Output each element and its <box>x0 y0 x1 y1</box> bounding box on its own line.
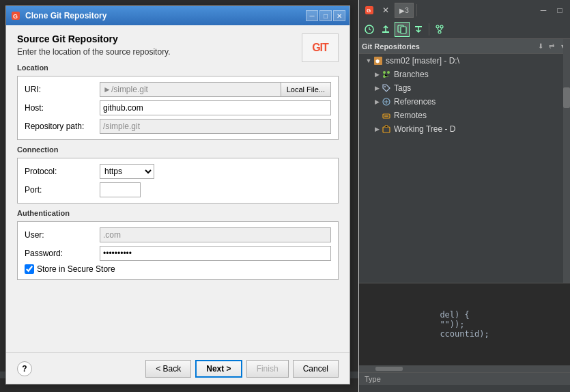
host-input[interactable] <box>100 100 331 115</box>
host-label: Host: <box>25 103 100 113</box>
auth-section-label: Authentication <box>17 209 339 217</box>
local-file-button[interactable]: Local File... <box>281 82 331 97</box>
ide-panel: G ✕ ▶3 ─ □ <box>358 0 570 392</box>
tree-item-references[interactable]: ▶ References <box>359 95 570 109</box>
clone-icon[interactable] <box>395 22 410 37</box>
repo-path-input[interactable] <box>100 119 331 134</box>
uri-row: URI: Local File... <box>25 82 331 97</box>
link-editor-icon[interactable]: ⇄ <box>547 42 556 51</box>
repo-path-row: Repository path: <box>25 119 331 134</box>
working-tree-label: Working Tree - D <box>394 124 455 134</box>
user-row: User: <box>25 227 331 242</box>
back-button[interactable]: < Back <box>145 360 191 378</box>
protocol-select[interactable]: https http ssh <box>100 164 154 179</box>
tags-arrow[interactable]: ▶ <box>373 85 381 92</box>
port-input[interactable] <box>100 182 141 197</box>
repo-name: ssm02 [master] - D:\ <box>386 56 459 66</box>
uri-label: URI: <box>25 85 100 94</box>
working-tree-arrow[interactable]: ▶ <box>373 126 381 132</box>
dialog-overlay: G Clone Git Repository ─ □ ✕ Source Git … <box>0 0 355 392</box>
branches-icon <box>381 69 392 80</box>
help-button[interactable]: ? <box>17 361 32 376</box>
branches-arrow[interactable]: ▶ <box>373 71 381 78</box>
repo-icon: ⬢ <box>373 55 384 66</box>
minimize-panel-icon[interactable]: ─ <box>536 3 551 18</box>
tree-header-text: Git Repositories <box>362 42 420 51</box>
svg-rect-8 <box>415 26 422 27</box>
tree-scrollbar[interactable] <box>563 39 570 283</box>
working-tree-icon <box>381 124 392 135</box>
collapse-all-icon[interactable]: ⬇ <box>536 42 545 51</box>
user-input[interactable] <box>100 227 331 242</box>
dialog-title-icon: G <box>10 10 21 21</box>
next-button[interactable]: Next > <box>195 360 242 378</box>
references-arrow[interactable]: ▶ <box>373 98 381 105</box>
ide-action-toolbar <box>359 20 570 39</box>
finish-button[interactable]: Finish <box>246 360 289 378</box>
dialog-content: Source Git Repository Enter the location… <box>6 25 350 352</box>
store-checkbox-row: Store in Secure Store <box>25 264 331 274</box>
toolbar-sep-2 <box>429 23 429 36</box>
location-section-label: Location <box>17 64 339 72</box>
svg-point-10 <box>440 25 443 28</box>
svg-rect-5 <box>382 31 389 33</box>
dialog-titlebar: G Clone Git Repository ─ □ ✕ <box>6 6 350 25</box>
tree-item-remotes[interactable]: Remotes <box>359 109 570 122</box>
port-label: Port: <box>25 185 100 195</box>
tags-icon <box>381 83 392 94</box>
branches-label: Branches <box>394 70 429 79</box>
close-button[interactable]: ✕ <box>333 10 345 21</box>
toolbar-separator <box>416 4 417 16</box>
svg-rect-23 <box>383 127 390 132</box>
tree-root-item[interactable]: ▼ ⬢ ssm02 [master] - D:\ <box>359 54 570 68</box>
push-icon[interactable] <box>378 22 393 37</box>
password-row: Password: <box>25 246 331 261</box>
svg-text:G: G <box>13 13 18 20</box>
dialog-footer: ? < Back Next > Finish Cancel <box>6 352 350 384</box>
store-label: Store in Secure Store <box>37 264 115 274</box>
protocol-row: Protocol: https http ssh <box>25 164 331 179</box>
pull-icon[interactable] <box>411 22 426 37</box>
git-icon[interactable]: G <box>362 3 377 18</box>
fetch-icon[interactable] <box>362 22 377 37</box>
port-row: Port: <box>25 182 331 197</box>
root-expand-arrow[interactable]: ▼ <box>365 57 373 64</box>
ide-tree-area: Git Repositories ⬇ ⇄ ▾ ▼ ⬢ ssm02 [master… <box>359 39 570 283</box>
uri-input[interactable] <box>100 82 281 97</box>
merge-icon[interactable] <box>432 22 447 37</box>
clone-git-dialog: G Clone Git Repository ─ □ ✕ Source Git … <box>5 5 350 384</box>
ide-toolbar: G ✕ ▶3 ─ □ <box>359 0 570 20</box>
titlebar-buttons: ─ □ ✕ <box>306 10 345 21</box>
remotes-label: Remotes <box>394 111 427 120</box>
tree-item-working-tree[interactable]: ▶ Working Tree - D <box>359 122 570 136</box>
user-label: User: <box>25 230 100 240</box>
dialog-title-text: Clone Git Repository <box>25 11 306 20</box>
maximize-panel-icon[interactable]: □ <box>552 3 567 18</box>
svg-text:G: G <box>367 8 371 14</box>
scrollbar-thumb <box>563 87 570 108</box>
tree-item-branches[interactable]: ▶ Branches <box>359 68 570 81</box>
svg-point-15 <box>387 71 390 74</box>
dialog-subtitle: Enter the location of the source reposit… <box>17 47 339 57</box>
footer-buttons: < Back Next > Finish Cancel <box>145 360 339 378</box>
host-row: Host: <box>25 100 331 115</box>
ide-bottom-panel: del) { "")); ccountid); Type <box>359 283 570 392</box>
store-checkbox[interactable] <box>25 264 34 274</box>
tree-item-tags[interactable]: ▶ Tags <box>359 81 570 95</box>
svg-point-21 <box>386 115 387 117</box>
minimize-button[interactable]: ─ <box>306 10 318 21</box>
cancel-button[interactable]: Cancel <box>293 360 339 378</box>
uri-input-group: Local File... <box>100 82 331 97</box>
remotes-icon <box>381 110 392 121</box>
password-input[interactable] <box>100 246 331 261</box>
svg-text:⬢: ⬢ <box>375 59 380 64</box>
connection-section-label: Connection <box>17 145 339 154</box>
git-panel-icon[interactable]: ▶3 <box>395 3 414 18</box>
dialog-header: Source Git Repository Enter the location… <box>17 33 339 57</box>
horizontal-scroll[interactable] <box>359 365 570 372</box>
connection-section: Protocol: https http ssh Port: <box>17 158 339 204</box>
maximize-button[interactable]: □ <box>319 10 332 21</box>
git-logo: GIT <box>302 33 339 62</box>
close-tab-icon[interactable]: ✕ <box>378 3 393 18</box>
auth-section: User: Password: Store in Secure Store <box>17 221 339 280</box>
